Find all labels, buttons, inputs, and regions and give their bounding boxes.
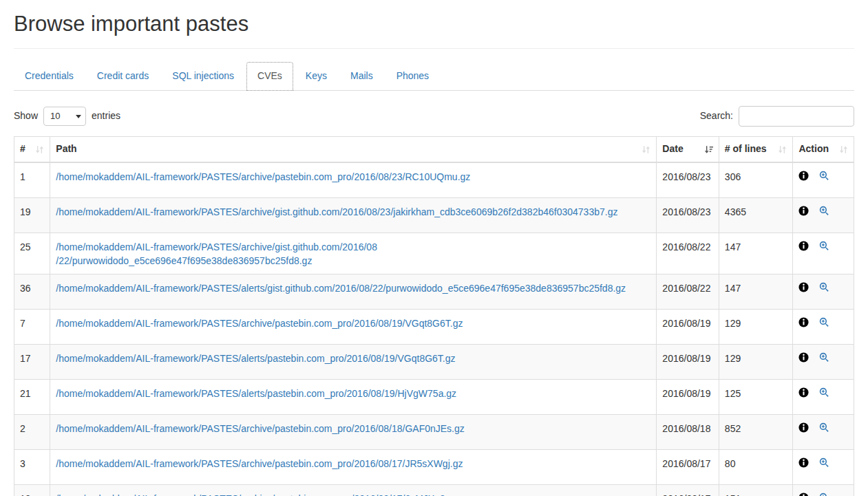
paste-info-button[interactable] bbox=[798, 493, 809, 496]
row-date: 2016/08/18 bbox=[657, 414, 719, 449]
row-actions bbox=[793, 379, 854, 414]
paste-path-link[interactable]: /home/mokaddem/AIL-framework/PASTES/aler… bbox=[56, 283, 626, 294]
paste-path-link[interactable]: /home/mokaddem/AIL-framework/PASTES/arch… bbox=[56, 206, 617, 217]
paste-zoom-button[interactable] bbox=[819, 457, 829, 468]
sort-both-icon bbox=[642, 145, 650, 154]
paste-path-link[interactable]: /home/mokaddem/AIL-framework/PASTES/arch… bbox=[56, 318, 463, 329]
paste-info-button[interactable] bbox=[798, 422, 809, 433]
column-header-date[interactable]: Date bbox=[657, 137, 719, 162]
tab-mails[interactable]: Mails bbox=[339, 62, 384, 91]
column-header-action[interactable]: Action bbox=[793, 137, 854, 162]
paste-zoom-button[interactable] bbox=[819, 352, 829, 363]
zoom-in-icon bbox=[819, 282, 829, 292]
row-date: 2016/08/23 bbox=[657, 162, 719, 197]
paste-path-link[interactable]: /home/mokaddem/AIL-framework/PASTES/arch… bbox=[56, 241, 377, 266]
page-size-select[interactable]: 10 bbox=[43, 107, 86, 126]
info-icon bbox=[798, 422, 809, 433]
page-container: Browse important pastes Credentials Cred… bbox=[0, 9, 868, 496]
tab-credentials[interactable]: Credentials bbox=[14, 62, 85, 91]
row-line-count: 129 bbox=[719, 344, 793, 379]
search-input[interactable] bbox=[739, 106, 854, 127]
paste-info-button[interactable] bbox=[798, 352, 809, 363]
paste-zoom-button[interactable] bbox=[819, 493, 829, 496]
tab-credit-cards[interactable]: Credit cards bbox=[86, 62, 160, 91]
table-row: 7 /home/mokaddem/AIL-framework/PASTES/ar… bbox=[14, 309, 854, 344]
category-tabs: Credentials Credit cards SQL injections … bbox=[14, 62, 854, 91]
column-label: Action bbox=[798, 142, 829, 156]
page-length-control: Show 10 entries bbox=[14, 107, 120, 126]
paste-info-button[interactable] bbox=[798, 206, 809, 216]
row-date: 2016/08/19 bbox=[657, 379, 719, 414]
zoom-in-icon bbox=[819, 493, 829, 496]
paste-path-link[interactable]: /home/mokaddem/AIL-framework/PASTES/aler… bbox=[56, 388, 456, 399]
paste-zoom-button[interactable] bbox=[819, 387, 829, 398]
paste-path-link[interactable]: /home/mokaddem/AIL-framework/PASTES/aler… bbox=[56, 353, 455, 364]
sort-both-icon bbox=[839, 145, 848, 154]
row-line-count: 147 bbox=[719, 274, 793, 309]
column-header-lines[interactable]: # of lines bbox=[719, 137, 793, 162]
paste-path-link[interactable]: /home/mokaddem/AIL-framework/PASTES/arch… bbox=[56, 423, 464, 434]
title-divider bbox=[14, 48, 854, 49]
paste-path-link[interactable]: /home/mokaddem/AIL-framework/PASTES/arch… bbox=[56, 171, 470, 182]
paste-path-link[interactable]: /home/mokaddem/AIL-framework/PASTES/arch… bbox=[56, 493, 466, 496]
row-number: 7 bbox=[14, 309, 50, 344]
paste-zoom-button[interactable] bbox=[819, 282, 829, 292]
row-number: 1 bbox=[14, 162, 50, 197]
row-line-count: 147 bbox=[719, 233, 793, 274]
column-header-path[interactable]: Path bbox=[50, 137, 657, 162]
column-label: Path bbox=[56, 142, 76, 156]
paste-path-link[interactable]: /home/mokaddem/AIL-framework/PASTES/arch… bbox=[56, 458, 463, 469]
paste-zoom-button[interactable] bbox=[819, 171, 829, 181]
row-actions bbox=[793, 344, 854, 379]
row-actions bbox=[793, 449, 854, 484]
info-icon bbox=[798, 171, 809, 181]
table-row: 19 /home/mokaddem/AIL-framework/PASTES/a… bbox=[14, 197, 854, 233]
zoom-in-icon bbox=[819, 457, 829, 468]
paste-info-button[interactable] bbox=[798, 317, 809, 327]
tab-item-phones: Phones bbox=[385, 62, 440, 91]
column-label: # of lines bbox=[725, 142, 767, 156]
tab-item-keys: Keys bbox=[295, 62, 338, 91]
paste-info-button[interactable] bbox=[798, 171, 809, 181]
paste-zoom-button[interactable] bbox=[819, 422, 829, 433]
tab-cves[interactable]: CVEs bbox=[246, 62, 293, 91]
table-row: 2 /home/mokaddem/AIL-framework/PASTES/ar… bbox=[14, 414, 854, 449]
column-header-number[interactable]: # bbox=[14, 137, 50, 162]
row-line-count: 151 bbox=[719, 484, 793, 496]
row-line-count: 80 bbox=[719, 449, 793, 484]
pastes-table: # Path bbox=[14, 136, 854, 496]
row-number: 18 bbox=[14, 484, 50, 496]
zoom-in-icon bbox=[819, 206, 829, 216]
row-date: 2016/08/22 bbox=[657, 274, 719, 309]
row-actions bbox=[793, 414, 854, 449]
search-control: Search: bbox=[700, 106, 854, 127]
tab-sql-injections[interactable]: SQL injections bbox=[161, 62, 245, 91]
row-number: 19 bbox=[14, 197, 50, 233]
tab-keys[interactable]: Keys bbox=[295, 62, 338, 91]
row-number: 36 bbox=[14, 274, 50, 309]
row-number: 17 bbox=[14, 344, 50, 379]
row-date: 2016/08/17 bbox=[657, 449, 719, 484]
zoom-in-icon bbox=[819, 422, 829, 433]
table-header: # Path bbox=[14, 137, 854, 162]
paste-info-button[interactable] bbox=[798, 241, 809, 251]
paste-info-button[interactable] bbox=[798, 457, 809, 468]
info-icon bbox=[798, 493, 809, 496]
row-line-count: 129 bbox=[719, 309, 793, 344]
paste-zoom-button[interactable] bbox=[819, 206, 829, 216]
row-actions bbox=[793, 274, 854, 309]
paste-zoom-button[interactable] bbox=[819, 241, 829, 251]
paste-info-button[interactable] bbox=[798, 282, 809, 292]
tab-item-credit-cards: Credit cards bbox=[86, 62, 160, 91]
row-actions bbox=[793, 233, 854, 274]
paste-zoom-button[interactable] bbox=[819, 317, 829, 327]
page-size-select-wrap: 10 bbox=[43, 107, 86, 126]
table-row: 3 /home/mokaddem/AIL-framework/PASTES/ar… bbox=[14, 449, 854, 484]
info-icon bbox=[798, 206, 809, 216]
column-label: Date bbox=[662, 142, 683, 156]
table-body: 1 /home/mokaddem/AIL-framework/PASTES/ar… bbox=[14, 162, 854, 496]
tab-phones[interactable]: Phones bbox=[385, 62, 440, 91]
row-line-count: 125 bbox=[719, 379, 793, 414]
paste-info-button[interactable] bbox=[798, 387, 809, 398]
info-icon bbox=[798, 241, 809, 251]
